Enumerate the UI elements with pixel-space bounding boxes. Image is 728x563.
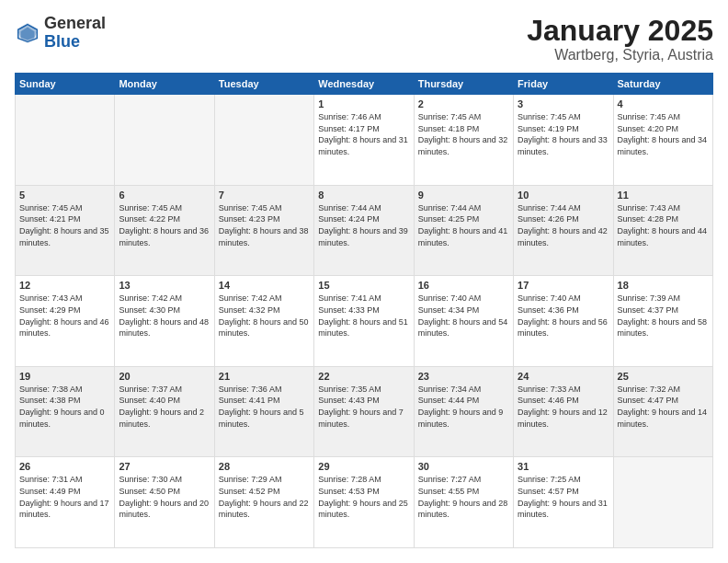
day-number: 15 (318, 280, 409, 291)
day-info: Sunrise: 7:39 AM Sunset: 4:37 PM Dayligh… (618, 293, 709, 339)
day-info: Sunrise: 7:45 AM Sunset: 4:23 PM Dayligh… (219, 202, 310, 248)
day-info: Sunrise: 7:45 AM Sunset: 4:20 PM Dayligh… (618, 111, 709, 157)
day-info: Sunrise: 7:40 AM Sunset: 4:34 PM Dayligh… (418, 293, 509, 339)
day-number: 3 (518, 98, 609, 109)
table-row: 16Sunrise: 7:40 AM Sunset: 4:34 PM Dayli… (414, 276, 513, 367)
table-row: 5Sunrise: 7:45 AM Sunset: 4:21 PM Daylig… (16, 185, 115, 276)
day-number: 18 (618, 280, 709, 291)
day-number: 4 (618, 98, 709, 109)
header: General Blue January 2025 Wartberg, Styr… (15, 15, 713, 63)
logo-blue: Blue (44, 33, 106, 52)
calendar-week-row: 12Sunrise: 7:43 AM Sunset: 4:29 PM Dayli… (16, 276, 713, 367)
day-info: Sunrise: 7:32 AM Sunset: 4:47 PM Dayligh… (618, 384, 709, 430)
header-tuesday: Tuesday (214, 74, 313, 95)
day-info: Sunrise: 7:45 AM Sunset: 4:18 PM Dayligh… (418, 111, 509, 157)
logo-general: General (44, 15, 106, 33)
day-number: 6 (119, 190, 210, 201)
calendar-week-row: 19Sunrise: 7:38 AM Sunset: 4:38 PM Dayli… (16, 366, 713, 457)
day-info: Sunrise: 7:27 AM Sunset: 4:55 PM Dayligh… (418, 474, 509, 520)
table-row: 29Sunrise: 7:28 AM Sunset: 4:53 PM Dayli… (314, 457, 414, 548)
day-info: Sunrise: 7:44 AM Sunset: 4:24 PM Dayligh… (318, 202, 409, 248)
table-row: 27Sunrise: 7:30 AM Sunset: 4:50 PM Dayli… (115, 457, 214, 548)
day-number: 24 (518, 371, 609, 382)
table-row: 28Sunrise: 7:29 AM Sunset: 4:52 PM Dayli… (214, 457, 313, 548)
day-number: 25 (618, 371, 709, 382)
header-wednesday: Wednesday (314, 74, 414, 95)
calendar-week-row: 1Sunrise: 7:46 AM Sunset: 4:17 PM Daylig… (16, 95, 713, 186)
table-row: 18Sunrise: 7:39 AM Sunset: 4:37 PM Dayli… (613, 276, 712, 367)
day-number: 30 (418, 461, 509, 472)
day-info: Sunrise: 7:28 AM Sunset: 4:53 PM Dayligh… (318, 474, 409, 520)
day-number: 8 (318, 190, 409, 201)
day-info: Sunrise: 7:40 AM Sunset: 4:36 PM Dayligh… (518, 293, 609, 339)
location-title: Wartberg, Styria, Austria (527, 47, 713, 63)
table-row: 14Sunrise: 7:42 AM Sunset: 4:32 PM Dayli… (214, 276, 313, 367)
day-number: 22 (318, 371, 409, 382)
day-number: 29 (318, 461, 409, 472)
table-row: 30Sunrise: 7:27 AM Sunset: 4:55 PM Dayli… (414, 457, 513, 548)
day-info: Sunrise: 7:36 AM Sunset: 4:41 PM Dayligh… (219, 384, 310, 430)
table-row: 8Sunrise: 7:44 AM Sunset: 4:24 PM Daylig… (314, 185, 414, 276)
header-monday: Monday (115, 74, 214, 95)
day-number: 10 (518, 190, 609, 201)
day-info: Sunrise: 7:30 AM Sunset: 4:50 PM Dayligh… (119, 474, 210, 520)
day-number: 23 (418, 371, 509, 382)
day-info: Sunrise: 7:45 AM Sunset: 4:19 PM Dayligh… (518, 111, 609, 157)
table-row (214, 95, 313, 186)
day-number: 21 (219, 371, 310, 382)
table-row: 21Sunrise: 7:36 AM Sunset: 4:41 PM Dayli… (214, 366, 313, 457)
day-info: Sunrise: 7:42 AM Sunset: 4:32 PM Dayligh… (219, 293, 310, 339)
table-row: 26Sunrise: 7:31 AM Sunset: 4:49 PM Dayli… (16, 457, 115, 548)
day-number: 9 (418, 190, 509, 201)
day-info: Sunrise: 7:46 AM Sunset: 4:17 PM Dayligh… (318, 111, 409, 157)
header-sunday: Sunday (16, 74, 115, 95)
table-row: 19Sunrise: 7:38 AM Sunset: 4:38 PM Dayli… (16, 366, 115, 457)
table-row (16, 95, 115, 186)
table-row: 15Sunrise: 7:41 AM Sunset: 4:33 PM Dayli… (314, 276, 414, 367)
day-info: Sunrise: 7:44 AM Sunset: 4:26 PM Dayligh… (518, 202, 609, 248)
day-number: 12 (19, 280, 110, 291)
day-number: 16 (418, 280, 509, 291)
day-info: Sunrise: 7:25 AM Sunset: 4:57 PM Dayligh… (518, 474, 609, 520)
day-info: Sunrise: 7:44 AM Sunset: 4:25 PM Dayligh… (418, 202, 509, 248)
day-info: Sunrise: 7:42 AM Sunset: 4:30 PM Dayligh… (119, 293, 210, 339)
day-number: 11 (618, 190, 709, 201)
table-row: 25Sunrise: 7:32 AM Sunset: 4:47 PM Dayli… (613, 366, 712, 457)
table-row: 23Sunrise: 7:34 AM Sunset: 4:44 PM Dayli… (414, 366, 513, 457)
day-info: Sunrise: 7:33 AM Sunset: 4:46 PM Dayligh… (518, 384, 609, 430)
table-row: 10Sunrise: 7:44 AM Sunset: 4:26 PM Dayli… (514, 185, 613, 276)
day-info: Sunrise: 7:43 AM Sunset: 4:29 PM Dayligh… (19, 293, 110, 339)
calendar-week-row: 26Sunrise: 7:31 AM Sunset: 4:49 PM Dayli… (16, 457, 713, 548)
day-number: 17 (518, 280, 609, 291)
table-row: 3Sunrise: 7:45 AM Sunset: 4:19 PM Daylig… (514, 95, 613, 186)
table-row: 11Sunrise: 7:43 AM Sunset: 4:28 PM Dayli… (613, 185, 712, 276)
day-info: Sunrise: 7:38 AM Sunset: 4:38 PM Dayligh… (19, 384, 110, 430)
page: General Blue January 2025 Wartberg, Styr… (0, 0, 728, 563)
table-row: 13Sunrise: 7:42 AM Sunset: 4:30 PM Dayli… (115, 276, 214, 367)
logo: General Blue (15, 15, 106, 52)
day-info: Sunrise: 7:29 AM Sunset: 4:52 PM Dayligh… (219, 474, 310, 520)
header-saturday: Saturday (613, 74, 712, 95)
table-row: 4Sunrise: 7:45 AM Sunset: 4:20 PM Daylig… (613, 95, 712, 186)
day-info: Sunrise: 7:45 AM Sunset: 4:22 PM Dayligh… (119, 202, 210, 248)
table-row: 2Sunrise: 7:45 AM Sunset: 4:18 PM Daylig… (414, 95, 513, 186)
day-number: 13 (119, 280, 210, 291)
header-friday: Friday (514, 74, 613, 95)
table-row: 22Sunrise: 7:35 AM Sunset: 4:43 PM Dayli… (314, 366, 414, 457)
day-number: 20 (119, 371, 210, 382)
day-number: 28 (219, 461, 310, 472)
table-row: 20Sunrise: 7:37 AM Sunset: 4:40 PM Dayli… (115, 366, 214, 457)
day-number: 1 (318, 98, 409, 109)
day-info: Sunrise: 7:35 AM Sunset: 4:43 PM Dayligh… (318, 384, 409, 430)
table-row: 31Sunrise: 7:25 AM Sunset: 4:57 PM Dayli… (514, 457, 613, 548)
table-row: 1Sunrise: 7:46 AM Sunset: 4:17 PM Daylig… (314, 95, 414, 186)
day-info: Sunrise: 7:43 AM Sunset: 4:28 PM Dayligh… (618, 202, 709, 248)
day-number: 31 (518, 461, 609, 472)
day-info: Sunrise: 7:41 AM Sunset: 4:33 PM Dayligh… (318, 293, 409, 339)
day-number: 19 (19, 371, 110, 382)
table-row: 9Sunrise: 7:44 AM Sunset: 4:25 PM Daylig… (414, 185, 513, 276)
table-row: 6Sunrise: 7:45 AM Sunset: 4:22 PM Daylig… (115, 185, 214, 276)
day-info: Sunrise: 7:34 AM Sunset: 4:44 PM Dayligh… (418, 384, 509, 430)
logo-text: General Blue (44, 15, 106, 52)
day-number: 2 (418, 98, 509, 109)
